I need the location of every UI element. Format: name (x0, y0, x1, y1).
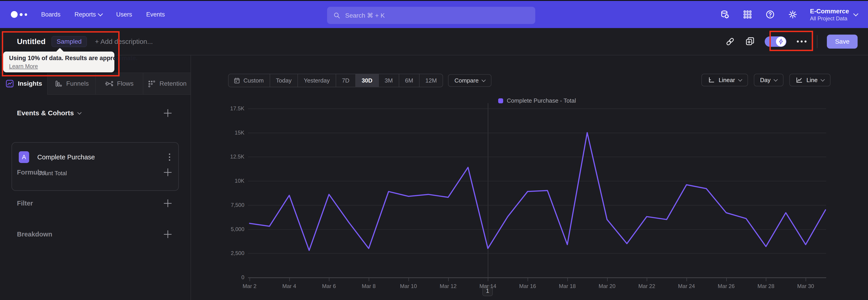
tab-label: Insights (18, 80, 42, 87)
x-axis-label: Mar 18 (548, 283, 587, 289)
apps-grid-icon[interactable] (742, 9, 753, 20)
range-label: 3M (385, 77, 393, 84)
x-axis-tick (726, 278, 727, 281)
range-custom-button[interactable]: Custom (228, 74, 270, 87)
project-name: E-Commerce (810, 7, 849, 15)
sampling-toggle[interactable] (765, 36, 786, 47)
range-3m-button[interactable]: 3M (378, 74, 399, 87)
range-yesterday-button[interactable]: Yesterday (298, 74, 336, 87)
range-label: 7D (342, 77, 349, 84)
tab-flows[interactable]: Flows (95, 73, 143, 95)
chevron-down-icon (98, 11, 103, 17)
date-range-control: Custom Today Yesterday 7D 30D 3M 6M 12M (228, 74, 443, 87)
nav-item-label: Users (116, 11, 132, 18)
x-axis-label: Mar 30 (786, 283, 826, 289)
add-description-button[interactable]: + Add description... (95, 38, 153, 46)
section-filter[interactable]: Filter (17, 200, 172, 207)
project-switcher[interactable]: E-Commerce All Project Data (810, 7, 858, 22)
add-formula-button[interactable] (164, 169, 172, 176)
events-cohorts-header[interactable]: Events & Cohorts (17, 109, 81, 117)
add-filter-button[interactable] (164, 200, 172, 207)
chevron-down-icon (774, 77, 778, 81)
range-today-button[interactable]: Today (270, 74, 298, 87)
query-sidebar: Insights Funnels Flows (0, 55, 191, 300)
range-7d-button[interactable]: 7D (336, 74, 355, 87)
more-ellipsis-icon[interactable] (796, 38, 807, 45)
settings-gear-icon[interactable] (787, 9, 798, 20)
tab-retention[interactable]: Retention (143, 73, 191, 95)
chart-type-selector[interactable]: Line (789, 74, 831, 86)
section-label: Breakdown (17, 231, 52, 238)
search-input[interactable]: Search ⌘ + K (327, 7, 535, 24)
compare-button[interactable]: Compare (448, 74, 491, 87)
event-name[interactable]: Complete Purchase (37, 153, 95, 161)
range-label: Custom (243, 77, 264, 84)
add-event-button[interactable] (164, 109, 172, 117)
help-icon[interactable] (765, 9, 776, 20)
legend-item[interactable]: Complete Purchase - Total (498, 97, 576, 104)
x-axis-label: Mar 22 (627, 283, 666, 289)
kebab-menu-icon[interactable] (167, 152, 172, 162)
search-placeholder: Search ⌘ + K (345, 12, 385, 19)
mixpanel-insights-app: Boards Reports Users Events Search ⌘ + K (0, 0, 868, 300)
tab-label: Funnels (66, 80, 89, 87)
y-axis-label: 5,000 (207, 226, 244, 232)
nav-item-users[interactable]: Users (116, 11, 132, 18)
nav-item-reports[interactable]: Reports (74, 11, 102, 18)
link-icon[interactable] (725, 36, 735, 47)
x-axis-tick (250, 278, 250, 281)
mixpanel-logo[interactable] (11, 11, 27, 18)
x-axis-label: Mar 4 (270, 283, 309, 289)
x-axis-label: Mar 10 (389, 283, 428, 289)
sampled-badge[interactable]: Sampled (52, 36, 87, 47)
range-30d-button[interactable]: 30D (355, 74, 378, 87)
nav-item-events[interactable]: Events (146, 11, 165, 18)
chevron-down-icon (77, 110, 81, 114)
x-axis-label: Mar 6 (309, 283, 349, 289)
toolbar-divider (817, 35, 817, 48)
retention-icon (147, 79, 156, 88)
nav-item-label: Events (146, 11, 165, 18)
tab-funnels[interactable]: Funnels (47, 73, 95, 95)
section-breakdown[interactable]: Breakdown (17, 230, 172, 238)
section-formulas[interactable]: Formulas (17, 169, 172, 176)
data-management-icon[interactable] (719, 9, 730, 20)
chart-type-label: Line (807, 77, 817, 84)
y-axis-label: 7,500 (207, 202, 244, 208)
tab-label: Retention (159, 80, 186, 87)
x-axis-label: Mar 20 (587, 283, 627, 289)
chevron-down-icon (482, 78, 486, 82)
x-axis-tick (607, 278, 608, 281)
range-6m-button[interactable]: 6M (399, 74, 419, 87)
scale-selector[interactable]: Linear (702, 74, 748, 86)
learn-more-link[interactable]: Learn More (9, 63, 38, 70)
nav-item-boards[interactable]: Boards (41, 11, 61, 18)
chevron-down-icon (820, 77, 825, 81)
y-axis-label: 12.5K (207, 153, 244, 160)
x-axis-tick (766, 278, 766, 281)
x-axis-tick (408, 278, 409, 281)
range-12m-button[interactable]: 12M (419, 74, 443, 87)
save-button[interactable]: Save (827, 35, 858, 49)
interval-selector[interactable]: Day (754, 74, 783, 86)
lightning-bolt-icon (778, 38, 784, 45)
x-axis-label: Mar 2 (230, 283, 270, 289)
x-axis-tick (647, 278, 647, 281)
tab-insights[interactable]: Insights (0, 73, 47, 95)
range-label: Today (276, 77, 291, 84)
event-card[interactable]: A Complete Purchase Count Total (11, 142, 179, 191)
tooltip-text: Using 10% of data. Results are approxima… (9, 55, 108, 62)
series-line[interactable] (250, 133, 826, 250)
compare-label: Compare (454, 77, 478, 84)
x-axis-tick (369, 278, 369, 281)
copy-add-icon[interactable] (745, 36, 755, 47)
x-axis-label: Mar 12 (428, 283, 468, 289)
x-axis-tick (528, 278, 528, 281)
add-breakdown-button[interactable] (164, 230, 172, 238)
x-axis-label: Mar 8 (349, 283, 389, 289)
nav-item-label: Boards (41, 11, 61, 18)
report-title[interactable]: Untitled (17, 37, 46, 46)
x-axis-label: Mar 24 (666, 283, 706, 289)
event-letter-badge: A (19, 151, 29, 163)
x-axis-tick (488, 278, 488, 281)
